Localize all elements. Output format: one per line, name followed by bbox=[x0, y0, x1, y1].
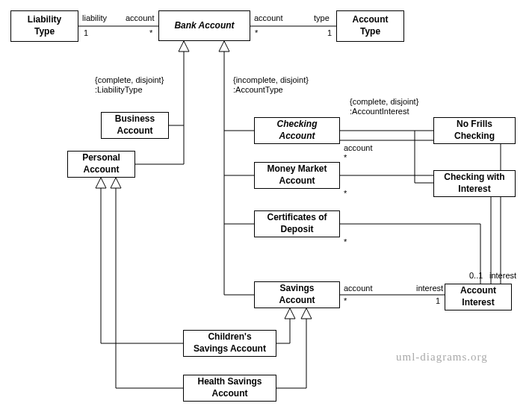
role-account-sav: account bbox=[344, 284, 373, 293]
class-liability-type: LiabilityType bbox=[10, 10, 78, 42]
class-business-account: BusinessAccount bbox=[101, 112, 169, 139]
mult-star-chk: * bbox=[344, 153, 347, 162]
role-interest-top: interest bbox=[489, 271, 516, 280]
mult-0-1: 0..1 bbox=[469, 271, 483, 280]
class-childrens-savings: Children'sSavings Account bbox=[183, 330, 276, 357]
role-liability: liability bbox=[82, 13, 107, 22]
uml-class-diagram: LiabilityType Bank Account AccountType B… bbox=[0, 0, 532, 412]
role-interest-sav: interest bbox=[416, 284, 443, 293]
gset-accountinterest: {complete, disjoint}:AccountInterest bbox=[350, 97, 418, 116]
mult-star-cd: * bbox=[344, 237, 347, 246]
watermark: uml-diagrams.org bbox=[396, 351, 488, 363]
mult-star-mm: * bbox=[344, 189, 347, 198]
class-money-market: Money MarketAccount bbox=[254, 162, 340, 189]
role-account-2: account bbox=[254, 13, 283, 22]
class-checking-with-interest: Checking withInterest bbox=[433, 170, 516, 197]
class-account-type: AccountType bbox=[336, 10, 404, 42]
class-savings-account: SavingsAccount bbox=[254, 281, 340, 308]
class-certificates-deposit: Certificates ofDeposit bbox=[254, 210, 340, 237]
mult-star-sav: * bbox=[344, 296, 347, 305]
role-type: type bbox=[314, 13, 330, 22]
class-no-frills-checking: No FrillsChecking bbox=[433, 117, 516, 144]
class-account-interest: AccountInterest bbox=[445, 284, 512, 310]
role-account-1: account bbox=[126, 13, 155, 22]
mult-star-b: * bbox=[255, 28, 258, 37]
mult-1a: 1 bbox=[84, 28, 88, 37]
mult-star-a: * bbox=[149, 28, 152, 37]
class-personal-account: PersonalAccount bbox=[67, 151, 135, 178]
role-account-chk: account bbox=[344, 143, 373, 152]
mult-1b: 1 bbox=[327, 28, 332, 37]
class-health-savings: Health SavingsAccount bbox=[183, 375, 276, 402]
gset-liability: {complete, disjoint}:LiabilityType bbox=[95, 75, 164, 95]
mult-1-sav: 1 bbox=[436, 296, 440, 305]
class-checking-account: CheckingAccount bbox=[254, 117, 340, 144]
gset-accounttype: {incomplete, disjoint}:AccountType bbox=[233, 75, 309, 95]
class-bank-account: Bank Account bbox=[158, 10, 250, 41]
